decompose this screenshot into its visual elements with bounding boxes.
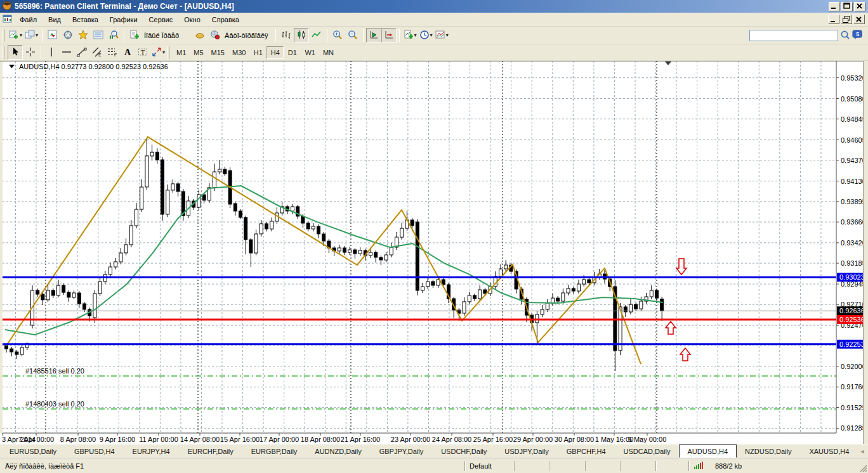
timeframe-d1[interactable]: D1: [284, 46, 301, 59]
menu-item-service[interactable]: Сервис: [143, 14, 179, 25]
data-window-button[interactable]: [60, 28, 76, 42]
profiles-button[interactable]: ▾: [23, 28, 39, 42]
timeframe-m5[interactable]: M5: [190, 46, 207, 59]
community-badge[interactable]: 5: [852, 30, 863, 41]
menu-item-view[interactable]: Вид: [43, 14, 67, 25]
timeframe-h4[interactable]: H4: [266, 46, 284, 59]
timeframe-mn[interactable]: MN: [319, 46, 338, 59]
tab-eurchf-daily[interactable]: EURCHF,Daily: [180, 446, 242, 458]
cursor-button[interactable]: [8, 45, 23, 60]
text-label-button[interactable]: T: [135, 45, 150, 60]
chart-shift-button[interactable]: [381, 28, 397, 42]
templates-icon: [435, 30, 445, 41]
toolbar-separator: [399, 29, 400, 42]
maximize-button[interactable]: [841, 2, 853, 11]
svg-text:29 Apr 00:00: 29 Apr 00:00: [513, 436, 553, 443]
vline-icon: [46, 47, 56, 58]
resize-grip[interactable]: [858, 463, 867, 472]
timeframe-m30[interactable]: M30: [228, 46, 249, 59]
zoom-in-button[interactable]: [330, 28, 345, 42]
svg-text:18 Apr 08:00: 18 Apr 08:00: [301, 436, 340, 443]
templates-button[interactable]: ▾: [434, 28, 450, 42]
tab-audusd-h4[interactable]: AUDUSD,H4: [679, 444, 737, 458]
menu-item-window[interactable]: Окно: [178, 14, 206, 25]
toolbar-grip[interactable]: [3, 29, 4, 42]
window-controls: [829, 2, 865, 11]
tab-nzdusd-daily[interactable]: NZDUSD,Daily: [737, 446, 799, 458]
zoomin-icon: [332, 30, 343, 41]
vertical-line-button[interactable]: [44, 45, 59, 60]
svg-text:5 May 00:00: 5 May 00:00: [628, 436, 667, 443]
tab-eurjpy-h4[interactable]: EURJPY,H4: [124, 446, 178, 458]
line-chart-button[interactable]: [309, 28, 324, 42]
auto-scroll-button[interactable]: [366, 28, 381, 42]
price-chart[interactable]: #1485516 sell 0.20#1480403 sell 0.200.95…: [0, 61, 868, 444]
document-minimize-button[interactable]: [828, 15, 839, 24]
new-chart-button[interactable]: ▾: [8, 28, 23, 42]
svg-text:30 Apr 08:00: 30 Apr 08:00: [555, 436, 594, 443]
toolbar-separator: [41, 46, 41, 59]
bar-chart-button[interactable]: [279, 28, 294, 42]
indicators-button[interactable]: ▾: [402, 28, 418, 42]
menu-item-file[interactable]: Файл: [14, 14, 43, 25]
tab-usdjpy-daily[interactable]: USDJPY,Daily: [496, 446, 557, 458]
tab-usdcad-daily[interactable]: USDCAD,Daily: [615, 446, 679, 458]
crosshair-button[interactable]: [23, 45, 38, 60]
tab-gbpjpy-daily[interactable]: GBPJPY,Daily: [371, 446, 432, 458]
market-watch-button[interactable]: [45, 28, 60, 42]
tab-audnzd-daily[interactable]: AUDNZD,Daily: [306, 446, 369, 458]
timeframe-m1[interactable]: M1: [173, 46, 190, 59]
horizontal-line-button[interactable]: [59, 45, 74, 60]
menu-item-help[interactable]: Справка: [206, 14, 245, 25]
toolbar-grip[interactable]: [3, 46, 4, 59]
search-area: 5: [749, 30, 863, 41]
svg-text:0.93023: 0.93023: [839, 273, 865, 281]
tab-scroll-left-icon[interactable]: ◄: [857, 447, 867, 457]
tab-usdchf-daily[interactable]: USDCHF,Daily: [433, 446, 495, 458]
svg-text:0.94370: 0.94370: [841, 157, 866, 164]
arrows-button[interactable]: ▾: [150, 45, 166, 60]
minimize-button[interactable]: [829, 2, 840, 11]
zoom-out-button[interactable]: [345, 28, 360, 42]
trendline-button[interactable]: [74, 45, 89, 60]
strategy-tester-button[interactable]: [106, 28, 121, 42]
dropdown-caret-icon: ▾: [430, 33, 433, 38]
fibo-icon: F: [107, 47, 117, 58]
toolbar-separator: [124, 29, 124, 42]
svg-text:23 Apr 00:00: 23 Apr 00:00: [391, 436, 430, 443]
auto-trading-button[interactable]: [207, 28, 223, 42]
text-button[interactable]: A: [120, 45, 135, 60]
terminal-button[interactable]: [91, 28, 106, 42]
candle-chart-button[interactable]: [294, 28, 309, 42]
navigator-button[interactable]: [76, 28, 91, 42]
svg-text:11 Apr 00:00: 11 Apr 00:00: [139, 436, 178, 443]
document-restore-button[interactable]: [841, 15, 852, 24]
svg-text:0.91525: 0.91525: [841, 404, 866, 411]
tab-gbpchf-h4[interactable]: GBPCHF,H4: [558, 446, 614, 458]
svg-text:F: F: [114, 53, 117, 57]
toolbar-gap: [183, 35, 192, 36]
document-close-button[interactable]: [853, 15, 865, 24]
close-button[interactable]: [854, 2, 865, 11]
search-input[interactable]: [749, 30, 838, 41]
cursor-icon: [10, 47, 20, 58]
tab-gbpusd-h4[interactable]: GBPUSD,H4: [66, 446, 123, 458]
timeframe-w1[interactable]: W1: [301, 46, 319, 59]
status-connection: 888/2 kb: [690, 460, 867, 472]
menu-item-insert[interactable]: Вставка: [67, 14, 104, 25]
toolbar-grip[interactable]: [168, 46, 169, 59]
timeframe-h1[interactable]: H1: [249, 46, 266, 59]
new-order-button[interactable]: [127, 28, 142, 42]
fibonacci-button[interactable]: F: [105, 45, 120, 60]
svg-text:0.91760: 0.91760: [841, 383, 866, 391]
periods-button[interactable]: ▾: [418, 28, 434, 42]
tab-eurgbp-daily[interactable]: EURGBP,Daily: [243, 446, 306, 458]
tab-eurusd-daily[interactable]: EURUSD,Daily: [1, 446, 65, 458]
equidistant-channel-button[interactable]: E: [89, 45, 105, 60]
timeframe-m15[interactable]: M15: [207, 46, 228, 59]
expert-advisors-button[interactable]: [192, 28, 207, 42]
search-icon[interactable]: [840, 30, 850, 41]
autotrade-icon: [210, 30, 220, 41]
tab-xauusd-h4[interactable]: XAUUSD,H4: [801, 446, 857, 458]
menu-item-charts[interactable]: Графики: [104, 14, 143, 25]
